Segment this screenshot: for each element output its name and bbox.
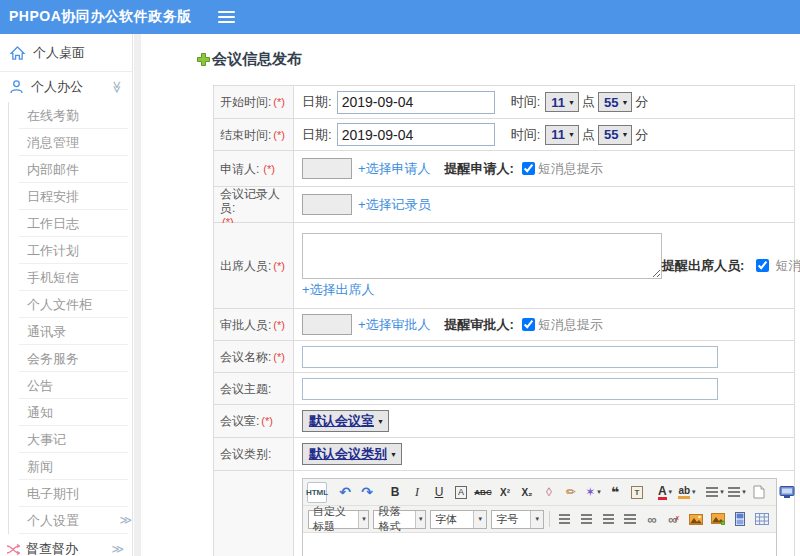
sidebar-item-e-journal[interactable]: 电子期刊 <box>9 480 132 507</box>
sidebar-item-sms[interactable]: 手机短信 <box>9 264 132 291</box>
sidebar-item-work-log[interactable]: 工作日志 <box>9 210 132 237</box>
form-row-approver: 审批人员:(*) +选择审批人 提醒审批人: 短消息提示 <box>214 309 794 341</box>
sidebar-item-internal-mail[interactable]: 内部邮件 <box>9 156 132 183</box>
chevron-right-icon: ≫ <box>119 507 132 534</box>
start-time-label: 开始时间: <box>220 95 271 109</box>
align-left-icon[interactable] <box>554 509 574 530</box>
sidebar-item-file-cabinet[interactable]: 个人文件柜 <box>9 291 132 318</box>
sidebar-item-personal-settings[interactable]: 个人设置 ≫ <box>9 507 132 534</box>
sidebar-item-announcement[interactable]: 公告 <box>9 372 132 399</box>
autotypeset-button[interactable]: ✶▾ <box>583 482 603 503</box>
blockquote-icon[interactable]: ❝ <box>605 482 625 503</box>
select-approver-link[interactable]: +选择审批人 <box>358 316 431 334</box>
clear-format-icon[interactable]: ✏ <box>561 482 581 503</box>
paste-text-icon[interactable]: T <box>627 482 647 503</box>
superscript-button[interactable]: X² <box>495 482 515 503</box>
subscript-button[interactable]: X₂ <box>517 482 537 503</box>
chevron-down-icon: ▼ <box>377 418 384 425</box>
new-document-icon[interactable] <box>749 482 769 503</box>
sidebar-item-messages[interactable]: 消息管理 <box>9 129 132 156</box>
chevron-down-icon: ▾ <box>597 488 601 496</box>
unlink-icon[interactable]: ∞✗ <box>664 509 684 530</box>
chevron-down-icon: ▼ <box>390 451 397 458</box>
sidebar-item-news[interactable]: 新闻 <box>9 453 132 480</box>
italic-button[interactable]: I <box>407 482 427 503</box>
attendees-textarea[interactable] <box>302 233 662 279</box>
ordered-list-button[interactable]: ▾ <box>705 482 725 503</box>
table-icon[interactable] <box>752 509 772 530</box>
applicant-label: 申请人: <box>220 162 259 176</box>
meeting-form: 开始时间:(*) 日期: 时间: 11▼ 点 55▼ 分 结束时间:(*) 日期… <box>213 85 795 556</box>
sidebar-item-office[interactable]: 个人办公 ≫ <box>0 72 132 102</box>
redo-icon[interactable]: ↷ <box>357 482 377 503</box>
image-icon[interactable] <box>686 509 706 530</box>
approver-sms-checkbox[interactable] <box>522 318 535 331</box>
sidebar-item-meeting-service[interactable]: 会务服务 <box>9 345 132 372</box>
hour-unit: 点 <box>582 93 595 111</box>
chevron-down-icon: ▼ <box>568 99 575 106</box>
applicant-sms-checkbox[interactable] <box>522 162 535 175</box>
highlight-color-button[interactable]: ab▾ <box>677 482 697 503</box>
sidebar: 个人桌面 个人办公 ≫ 在线考勤 消息管理 内部邮件 日程安排 工作日志 工作计… <box>0 34 133 556</box>
meeting-category-select[interactable]: 默认会议类别▼ <box>302 443 402 465</box>
align-center-icon[interactable] <box>576 509 596 530</box>
meeting-name-input[interactable] <box>302 346 718 368</box>
sidebar-item-work-plan[interactable]: 工作计划 <box>9 237 132 264</box>
remind-applicant-label: 提醒申请人: <box>445 160 514 178</box>
sidebar-item-schedule[interactable]: 日程安排 <box>9 183 132 210</box>
strikethrough-button[interactable]: ABC <box>473 482 493 503</box>
link-icon[interactable]: ∞ <box>642 509 662 530</box>
font-size-select[interactable]: 字号▾ <box>491 510 544 529</box>
chevron-down-icon: ▾ <box>358 511 368 528</box>
custom-title-select[interactable]: 自定义标题▾ <box>308 510 369 529</box>
meeting-room-label: 会议室: <box>220 414 259 428</box>
unordered-list-button[interactable]: ▾ <box>727 482 747 503</box>
underline-button[interactable]: U <box>429 482 449 503</box>
select-attendees-link[interactable]: +选择出席人 <box>302 281 375 299</box>
align-right-icon[interactable] <box>598 509 618 530</box>
insert-image-icon[interactable] <box>708 509 728 530</box>
chevron-down-icon: ▾ <box>415 511 425 528</box>
select-applicant-link[interactable]: +选择申请人 <box>358 160 431 178</box>
html-source-button[interactable]: HTML <box>307 482 327 503</box>
fullscreen-icon[interactable] <box>777 482 797 503</box>
recorder-label: 会议记录人员: <box>220 187 290 215</box>
date-label: 日期: <box>302 93 332 111</box>
meeting-room-select[interactable]: 默认会议室▼ <box>302 410 389 432</box>
undo-icon[interactable]: ↶ <box>335 482 355 503</box>
sidebar-item-memorabilia[interactable]: 大事记 <box>9 426 132 453</box>
paragraph-format-select[interactable]: 段落格式▾ <box>373 510 426 529</box>
form-row-end-time: 结束时间:(*) 日期: 时间: 11▼ 点 55▼ 分 <box>214 119 794 151</box>
chevron-down-icon: ▼ <box>621 99 628 106</box>
approver-input[interactable] <box>302 314 352 335</box>
font-family-select[interactable]: 字体▾ <box>430 510 487 529</box>
sidebar-item-desktop[interactable]: 个人桌面 <box>0 34 132 72</box>
eraser-icon[interactable]: ◊ <box>539 482 559 503</box>
end-minute-select[interactable]: 55▼ <box>598 125 632 145</box>
editor-content-area[interactable] <box>303 533 776 556</box>
sidebar-item-label: 个人办公 <box>31 78 111 96</box>
start-date-input[interactable] <box>337 91 495 114</box>
hamburger-menu-icon[interactable] <box>218 11 235 23</box>
start-hour-select[interactable]: 11▼ <box>545 92 579 112</box>
char-border-button[interactable]: A <box>451 482 471 503</box>
sidebar-item-contacts[interactable]: 通讯录 <box>9 318 132 345</box>
chevron-down-icon: ▾ <box>530 511 543 528</box>
align-justify-icon[interactable] <box>620 509 640 530</box>
bold-button[interactable]: B <box>385 482 405 503</box>
sidebar-item-notice[interactable]: 通知 <box>9 399 132 426</box>
sidebar-submenu: 在线考勤 消息管理 内部邮件 日程安排 工作日志 工作计划 手机短信 个人文件柜… <box>8 102 132 534</box>
sidebar-scrollbar[interactable] <box>134 34 141 556</box>
sidebar-item-attendance[interactable]: 在线考勤 <box>9 102 132 129</box>
page-break-icon[interactable] <box>730 509 750 530</box>
applicant-input[interactable] <box>302 158 352 179</box>
end-date-input[interactable] <box>337 123 495 146</box>
start-minute-select[interactable]: 55▼ <box>598 92 632 112</box>
sidebar-item-supervise[interactable]: 督查督办 ≫ <box>0 534 132 556</box>
meeting-topic-input[interactable] <box>302 378 718 400</box>
end-hour-select[interactable]: 11▼ <box>545 125 579 145</box>
font-color-button[interactable]: A▾ <box>655 482 675 503</box>
select-recorder-link[interactable]: +选择记录员 <box>358 196 431 214</box>
attendees-sms-checkbox[interactable] <box>756 259 769 272</box>
recorder-input[interactable] <box>302 194 352 215</box>
